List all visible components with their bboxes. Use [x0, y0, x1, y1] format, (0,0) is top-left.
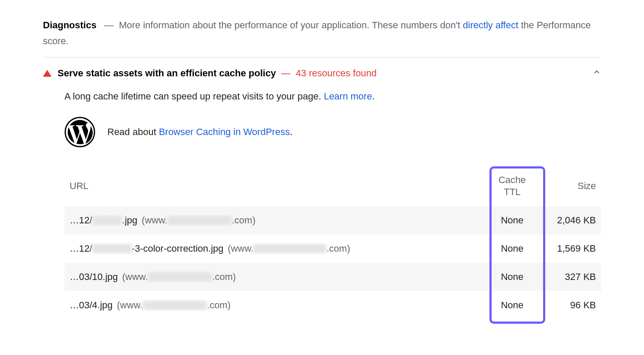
wordpress-icon [64, 117, 95, 147]
url-suffix: .jpg [122, 215, 137, 226]
audit-description: A long cache lifetime can speed up repea… [64, 91, 601, 102]
th-url: URL [70, 181, 484, 192]
dom-redacted [167, 216, 232, 225]
dom-prefix: (www. [228, 243, 254, 254]
dom-suffix: .com) [207, 300, 231, 311]
table-header: URL CacheTTL Size [64, 166, 601, 206]
wordpress-text: Read about Browser Caching in WordPress. [107, 126, 292, 138]
section-desc-before: More information about the performance o… [119, 20, 463, 30]
table-container: URL CacheTTL Size …12/.jpg (www..com) No… [64, 166, 601, 319]
dom-redacted [253, 244, 326, 253]
audit-header-row[interactable]: Serve static assets with an efficient ca… [43, 68, 601, 79]
audit-count-sep: — [281, 68, 291, 78]
wp-caching-link[interactable]: Browser Caching in WordPress [159, 126, 290, 137]
title-dash: — [104, 20, 114, 30]
url-suffix: -3-color-correction.jpg [132, 243, 224, 254]
size-cell: 1,569 KB [540, 243, 596, 254]
wordpress-tip: Read about Browser Caching in WordPress. [64, 117, 601, 147]
size-cell: 327 KB [540, 271, 596, 283]
ttl-cell: None [484, 300, 540, 311]
collapse-toggle[interactable] [592, 68, 601, 79]
dom-redacted [143, 301, 207, 310]
table-row: …12/.jpg (www..com) None 2,046 KB [64, 206, 601, 235]
dom-prefix: (www. [117, 300, 143, 311]
url-cell: …03/4.jpg (www..com) [70, 300, 484, 311]
fail-triangle-icon [43, 70, 52, 77]
size-cell: 2,046 KB [540, 215, 596, 226]
audit-title-wrap: Serve static assets with an efficient ca… [58, 68, 377, 79]
th-cache-ttl: CacheTTL [484, 174, 540, 199]
dom-suffix: .com) [326, 243, 350, 254]
audit-desc-text: A long cache lifetime can speed up repea… [64, 91, 324, 102]
url-prefix: …03/10.jpg [70, 271, 118, 283]
dom-suffix: .com) [212, 271, 236, 283]
chevron-up-icon [592, 68, 601, 76]
table-row: …03/10.jpg (www..com) None 327 KB [64, 263, 601, 291]
url-cell: …12/-3-color-correction.jpg (www..com) [70, 243, 484, 254]
url-prefix: …03/4.jpg [70, 300, 112, 311]
learn-more-link[interactable]: Learn more [324, 91, 372, 102]
url-cell: …03/10.jpg (www..com) [70, 271, 484, 283]
section-divider [43, 57, 601, 57]
dom-suffix: .com) [232, 215, 255, 226]
dom-prefix: (www. [122, 271, 148, 283]
ttl-cell: None [484, 243, 540, 254]
dom-prefix: (www. [142, 215, 167, 226]
url-prefix: …12/ [70, 215, 92, 226]
audit-body: A long cache lifetime can speed up repea… [64, 91, 601, 319]
table-row: …03/4.jpg (www..com) None 96 KB [64, 291, 601, 319]
th-size: Size [540, 181, 596, 192]
url-redacted [92, 216, 122, 225]
audit-count: 43 resources found [296, 68, 377, 78]
diagnostics-header: Diagnostics — More information about the… [43, 17, 601, 49]
audit-title: Serve static assets with an efficient ca… [58, 68, 276, 78]
table-row: …12/-3-color-correction.jpg (www..com) N… [64, 235, 601, 263]
url-redacted [92, 244, 132, 253]
dom-redacted [148, 272, 212, 282]
section-title: Diagnostics [43, 20, 97, 30]
wp-prefix: Read about [107, 126, 159, 137]
ttl-cell: None [484, 215, 540, 226]
directly-affect-link[interactable]: directly affect [463, 20, 518, 30]
size-cell: 96 KB [540, 300, 596, 311]
ttl-cell: None [484, 271, 540, 283]
url-cell: …12/.jpg (www..com) [70, 215, 484, 226]
url-prefix: …12/ [70, 243, 92, 254]
